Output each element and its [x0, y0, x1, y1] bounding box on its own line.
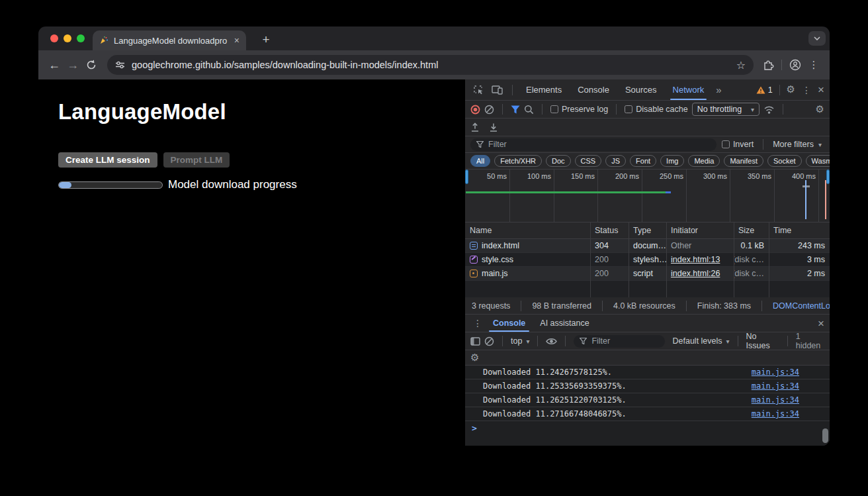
create-llm-session-button[interactable]: Create LLM session [58, 152, 157, 168]
tab-elements[interactable]: Elements [519, 79, 568, 100]
column-divider[interactable] [590, 223, 591, 297]
default-levels-dropdown[interactable]: Default levels ▾ [673, 336, 730, 346]
column-initiator[interactable]: Initiator [666, 226, 734, 235]
source-link[interactable]: main.js:34 [752, 395, 799, 405]
chip-font[interactable]: Font [630, 155, 656, 167]
column-status[interactable]: Status [590, 226, 629, 235]
timeline-left-handle[interactable] [465, 170, 468, 184]
column-time[interactable]: Time [769, 226, 830, 235]
chip-img[interactable]: Img [660, 155, 684, 167]
new-tab-button[interactable]: + [257, 30, 275, 49]
issues-warning-badge[interactable]: 1 [756, 85, 773, 95]
prompt-llm-button[interactable]: Prompt LLM [163, 152, 230, 168]
preserve-log-checkbox[interactable]: Preserve log [550, 105, 608, 114]
source-link[interactable]: main.js:34 [752, 381, 799, 391]
chip-all[interactable]: All [470, 155, 490, 167]
table-row[interactable]: index.html 304 docum… Other 0.1 kB 243 m… [465, 239, 830, 253]
search-icon[interactable] [524, 105, 534, 115]
devtools-close-icon[interactable]: × [818, 84, 824, 95]
forward-button[interactable]: → [64, 56, 82, 74]
column-name[interactable]: Name [465, 226, 590, 235]
tab-close-icon[interactable]: × [234, 36, 239, 45]
no-issues-label[interactable]: No Issues [746, 332, 779, 350]
checkbox[interactable] [625, 105, 632, 113]
export-har-icon[interactable] [489, 123, 498, 132]
execution-context-dropdown[interactable]: top ▾ [511, 336, 529, 346]
scrollbar-thumb[interactable] [822, 428, 828, 443]
initiator-link[interactable]: index.html:13 [671, 255, 720, 264]
checkbox[interactable] [550, 105, 558, 113]
back-button[interactable]: ← [45, 56, 64, 74]
extensions-icon[interactable] [759, 56, 777, 74]
disable-cache-checkbox[interactable]: Disable cache [625, 105, 688, 114]
source-link[interactable]: main.js:34 [752, 409, 799, 419]
throttling-dropdown[interactable]: No throttling ▾ [692, 103, 760, 116]
import-har-icon[interactable] [470, 123, 480, 132]
filter-toggle-icon[interactable] [511, 105, 520, 114]
site-settings-icon[interactable] [115, 61, 125, 69]
profile-icon[interactable] [786, 56, 804, 74]
drawer-close-icon[interactable]: × [818, 318, 824, 329]
clear-console-icon[interactable] [484, 336, 494, 346]
device-toolbar-icon[interactable] [489, 85, 505, 95]
window-zoom-button[interactable] [77, 34, 85, 42]
url-text[interactable]: googlechrome.github.io/samples/downloadi… [132, 60, 730, 70]
column-divider[interactable] [666, 223, 667, 297]
chip-css[interactable]: CSS [575, 155, 602, 167]
column-type[interactable]: Type [629, 226, 666, 235]
chip-fetch-xhr[interactable]: Fetch/XHR [494, 155, 542, 167]
chip-media[interactable]: Media [688, 155, 720, 167]
chip-js[interactable]: JS [605, 155, 626, 167]
column-divider[interactable] [734, 223, 734, 297]
drawer-tab-console[interactable]: Console [486, 315, 532, 332]
devtools-menu-icon[interactable]: ⋮ [798, 85, 815, 95]
browser-menu-icon[interactable]: ⋮ [804, 56, 823, 74]
table-row[interactable]: main.js 200 script index.html:26 (disk c… [465, 267, 830, 281]
console-prompt[interactable]: > [465, 421, 830, 435]
window-minimize-button[interactable] [64, 34, 71, 42]
network-filter-input[interactable]: Filter [470, 138, 716, 151]
console-message[interactable]: Downloaded 11.26251220703125%. main.js:3… [465, 393, 830, 407]
console-sidebar-icon[interactable] [470, 337, 480, 346]
network-settings-icon[interactable]: ⚙ [816, 105, 824, 115]
chip-manifest[interactable]: Manifest [724, 155, 763, 167]
chip-wasm[interactable]: Wasm [806, 155, 830, 167]
network-overview-timeline[interactable]: 50 ms 100 ms 150 ms 200 ms 250 ms 300 ms… [465, 170, 830, 223]
console-filter-input[interactable]: Filter [574, 335, 664, 348]
hidden-messages-count[interactable]: 1 hidden [796, 332, 824, 350]
tab-sources[interactable]: Sources [619, 79, 664, 100]
window-close-button[interactable] [50, 34, 58, 42]
column-divider[interactable] [629, 223, 629, 297]
network-conditions-icon[interactable] [763, 105, 775, 114]
record-network-log-icon[interactable] [470, 105, 480, 115]
console-message[interactable]: Downloaded 11.27166748046875%. main.js:3… [465, 407, 830, 421]
bookmark-star-icon[interactable]: ☆ [736, 59, 746, 72]
column-divider[interactable] [769, 223, 769, 297]
timeline-right-handle[interactable] [826, 170, 830, 184]
more-tabs-icon[interactable]: » [713, 84, 724, 95]
console-message[interactable]: Downloaded 11.24267578125%. main.js:34 [465, 366, 830, 379]
reload-button[interactable] [82, 56, 101, 74]
tab-overview-button[interactable] [808, 31, 826, 46]
console-message[interactable]: Downloaded 11.25335693359375%. main.js:3… [465, 379, 830, 393]
devtools-settings-icon[interactable]: ⚙ [787, 85, 795, 95]
chip-doc[interactable]: Doc [546, 155, 571, 167]
drawer-menu-icon[interactable]: ⋮ [470, 318, 485, 328]
table-row[interactable]: style.css 200 stylesh… index.html:13 (di… [465, 253, 830, 267]
more-filters-dropdown[interactable]: More filters ▾ [773, 140, 824, 149]
browser-tab[interactable]: LanguageModel downloadpro × [93, 30, 246, 50]
live-expression-eye-icon[interactable] [546, 337, 557, 346]
tab-network[interactable]: Network [666, 79, 711, 100]
source-link[interactable]: main.js:34 [752, 368, 799, 377]
initiator-link[interactable]: index.html:26 [671, 269, 720, 278]
clear-network-log-icon[interactable] [484, 105, 494, 115]
column-size[interactable]: Size [734, 226, 769, 235]
invert-checkbox[interactable]: Invert [722, 140, 754, 149]
inspect-element-icon[interactable] [470, 85, 486, 95]
tab-console[interactable]: Console [571, 79, 616, 100]
drawer-tab-ai-assistance[interactable]: AI assistance [533, 315, 595, 332]
chip-socket[interactable]: Socket [767, 155, 802, 167]
console-settings-icon[interactable]: ⚙ [470, 353, 479, 363]
checkbox[interactable] [722, 140, 730, 148]
address-bar[interactable]: googlechrome.github.io/samples/downloadi… [107, 55, 754, 75]
